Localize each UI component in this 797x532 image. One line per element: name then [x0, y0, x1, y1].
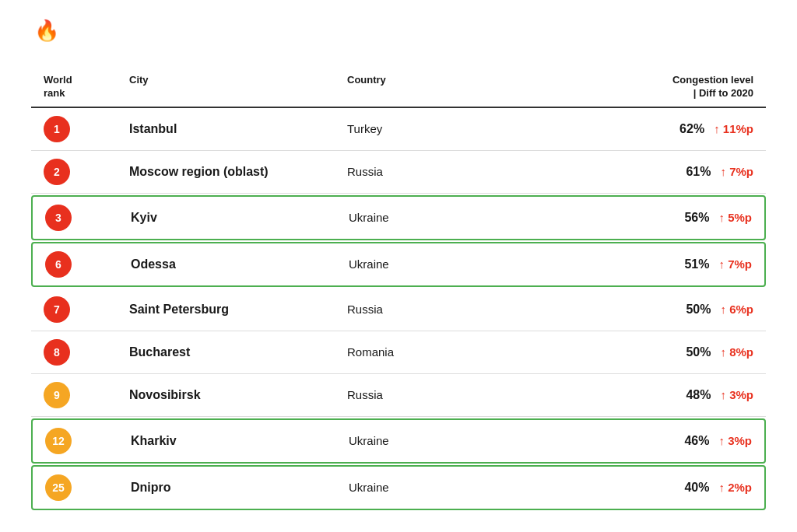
rank-cell: 8	[44, 339, 129, 366]
country-name: Turkey	[347, 122, 535, 135]
congestion-diff: ↑ 6%p	[720, 303, 753, 316]
table-row: 2 Moscow region (oblast) Russia 61% ↑ 7%…	[31, 151, 766, 194]
congestion-percent: 46%	[684, 434, 709, 448]
rank-badge: 3	[45, 205, 72, 231]
congestion-percent: 48%	[686, 388, 711, 402]
congestion-percent: 56%	[684, 211, 709, 225]
congestion-percent: 62%	[679, 122, 704, 136]
country-name: Romania	[347, 345, 535, 359]
congestion-diff: ↑ 2%p	[718, 481, 752, 494]
country-name: Ukraine	[349, 257, 534, 271]
congestion-percent: 61%	[686, 165, 711, 179]
col-city: City	[129, 74, 347, 100]
congestion-cell: 61% ↑ 7%p	[535, 165, 753, 179]
congestion-cell: 56% ↑ 5%p	[534, 211, 752, 225]
congestion-diff: ↑ 3%p	[718, 434, 752, 447]
rank-cell: 7	[44, 296, 129, 323]
table-row: 25 Dnipro Ukraine 40% ↑ 2%p	[31, 465, 766, 510]
congestion-cell: 46% ↑ 3%p	[534, 434, 752, 448]
congestion-percent: 51%	[684, 257, 709, 271]
table-body: 1 Istanbul Turkey 62% ↑ 11%p 2 Moscow re…	[31, 108, 766, 510]
congestion-cell: 50% ↑ 8%p	[535, 345, 753, 359]
table-row: 1 Istanbul Turkey 62% ↑ 11%p	[31, 108, 766, 151]
congestion-percent: 50%	[686, 303, 711, 317]
country-name: Ukraine	[349, 211, 534, 224]
country-name: Russia	[347, 388, 535, 401]
city-name: Moscow region (oblast)	[129, 165, 347, 179]
congestion-diff: ↑ 8%p	[720, 345, 753, 359]
congestion-diff: ↑ 11%p	[714, 122, 753, 135]
congestion-cell: 50% ↑ 6%p	[535, 303, 753, 317]
congestion-cell: 51% ↑ 7%p	[534, 257, 752, 271]
table-row: 8 Bucharest Romania 50% ↑ 8%p	[31, 331, 766, 374]
rank-badge: 2	[44, 159, 70, 185]
congestion-diff: ↑ 7%p	[718, 257, 752, 271]
congestion-diff: ↑ 3%p	[720, 388, 753, 401]
rank-badge: 12	[45, 428, 72, 454]
congestion-cell: 48% ↑ 3%p	[535, 388, 753, 402]
congestion-diff: ↑ 7%p	[720, 165, 753, 178]
table-row: 3 Kyiv Ukraine 56% ↑ 5%p	[31, 195, 766, 240]
city-name: Bucharest	[129, 345, 347, 359]
congestion-diff: ↑ 5%p	[718, 211, 752, 224]
city-name: Kyiv	[131, 211, 349, 225]
rank-badge: 9	[44, 382, 70, 408]
congestion-cell: 62% ↑ 11%p	[535, 122, 753, 136]
table-row: 6 Odessa Ukraine 51% ↑ 7%p	[31, 242, 766, 287]
col-rank: Worldrank	[44, 74, 129, 100]
rank-badge: 1	[44, 116, 70, 142]
rank-badge: 25	[45, 474, 72, 501]
city-name: Novosibirsk	[129, 388, 347, 402]
city-name: Kharkiv	[131, 434, 349, 448]
congestion-cell: 40% ↑ 2%p	[534, 481, 752, 495]
rank-badge: 7	[44, 296, 70, 323]
traffic-table: Worldrank City Country Congestion level|…	[31, 68, 766, 510]
logo: 🔥	[31, 19, 59, 43]
rank-cell: 2	[44, 159, 129, 185]
city-name: Odessa	[131, 257, 349, 271]
col-congestion: Congestion level| Diff to 2020	[535, 74, 753, 100]
rank-cell: 1	[44, 116, 129, 142]
rank-cell: 9	[44, 382, 129, 408]
logo-flame-icon: 🔥	[34, 19, 59, 43]
country-name: Ukraine	[349, 481, 534, 494]
table-row: 7 Saint Petersburg Russia 50% ↑ 6%p	[31, 289, 766, 331]
country-name: Ukraine	[349, 434, 534, 447]
table-row: 12 Kharkiv Ukraine 46% ↑ 3%p	[31, 418, 766, 464]
congestion-percent: 40%	[684, 481, 709, 495]
table-row: 9 Novosibirsk Russia 48% ↑ 3%p	[31, 374, 766, 417]
rank-badge: 6	[45, 251, 72, 278]
city-name: Dnipro	[131, 481, 349, 495]
rank-cell: 25	[45, 474, 131, 501]
city-name: Saint Petersburg	[129, 303, 347, 317]
table-header: Worldrank City Country Congestion level|…	[31, 68, 766, 108]
congestion-percent: 50%	[686, 345, 711, 359]
country-name: Russia	[347, 165, 535, 178]
rank-cell: 12	[45, 428, 131, 454]
col-country: Country	[347, 74, 535, 100]
page-header: 🔥	[31, 19, 766, 43]
country-name: Russia	[347, 303, 535, 316]
rank-cell: 3	[45, 205, 131, 231]
rank-badge: 8	[44, 339, 70, 366]
city-name: Istanbul	[129, 122, 347, 136]
rank-cell: 6	[45, 251, 131, 278]
